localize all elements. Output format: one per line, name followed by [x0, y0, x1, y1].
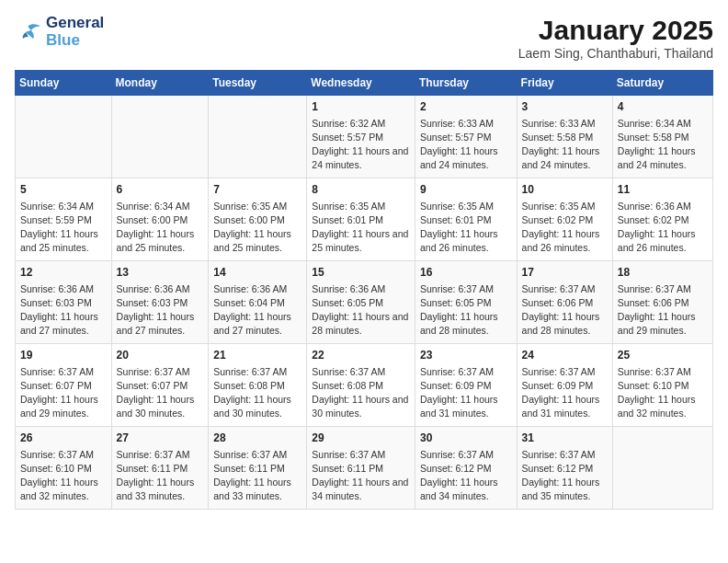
cell-content: Sunrise: 6:37 AMSunset: 6:06 PMDaylight:… [522, 282, 608, 339]
day-number: 29 [312, 431, 410, 446]
weekday-header-tuesday: Tuesday [209, 71, 307, 96]
cell-content: Sunrise: 6:36 AMSunset: 6:03 PMDaylight:… [20, 282, 107, 339]
cell-content: Sunrise: 6:37 AMSunset: 6:12 PMDaylight:… [522, 448, 608, 504]
day-number: 1 [312, 99, 410, 115]
day-number: 6 [117, 182, 204, 198]
day-number: 8 [312, 182, 410, 198]
calendar-cell [16, 96, 112, 178]
cell-content: Sunrise: 6:37 AMSunset: 6:09 PMDaylight:… [522, 365, 608, 421]
cell-content: Sunrise: 6:36 AMSunset: 6:02 PMDaylight:… [618, 200, 708, 256]
weekday-header-wednesday: Wednesday [307, 71, 415, 96]
calendar-cell: 8Sunrise: 6:35 AMSunset: 6:01 PMDaylight… [307, 178, 415, 261]
logo-icon [15, 22, 42, 42]
cell-content: Sunrise: 6:37 AMSunset: 6:07 PMDaylight:… [117, 365, 204, 421]
title-block: January 2025 Laem Sing, Chanthaburi, Tha… [518, 15, 713, 61]
day-number: 3 [522, 99, 608, 115]
day-number: 15 [312, 265, 410, 281]
day-number: 16 [420, 265, 512, 281]
calendar-cell: 7Sunrise: 6:35 AMSunset: 6:00 PMDaylight… [209, 178, 307, 261]
cell-content: Sunrise: 6:37 AMSunset: 6:10 PMDaylight:… [618, 365, 708, 421]
cell-content: Sunrise: 6:37 AMSunset: 6:12 PMDaylight:… [420, 448, 512, 504]
cell-content: Sunrise: 6:37 AMSunset: 6:09 PMDaylight:… [420, 365, 512, 421]
calendar-cell: 14Sunrise: 6:36 AMSunset: 6:04 PMDayligh… [209, 261, 307, 344]
cell-content: Sunrise: 6:35 AMSunset: 6:02 PMDaylight:… [522, 200, 608, 256]
day-number: 7 [213, 182, 301, 198]
weekday-header-row: SundayMondayTuesdayWednesdayThursdayFrid… [16, 71, 713, 96]
day-number: 10 [522, 182, 608, 198]
cell-content: Sunrise: 6:33 AMSunset: 5:58 PMDaylight:… [522, 117, 608, 173]
cell-content: Sunrise: 6:37 AMSunset: 6:08 PMDaylight:… [213, 365, 301, 421]
day-number: 21 [213, 348, 301, 363]
calendar-cell: 24Sunrise: 6:37 AMSunset: 6:09 PMDayligh… [517, 344, 612, 427]
day-number: 9 [420, 182, 512, 198]
calendar-cell: 16Sunrise: 6:37 AMSunset: 6:05 PMDayligh… [415, 261, 517, 344]
day-number: 4 [618, 99, 708, 115]
calendar-cell: 19Sunrise: 6:37 AMSunset: 6:07 PMDayligh… [16, 344, 112, 427]
day-number: 20 [117, 348, 204, 363]
calendar-cell: 10Sunrise: 6:35 AMSunset: 6:02 PMDayligh… [517, 178, 612, 261]
logo: General Blue [15, 15, 104, 49]
weekday-header-thursday: Thursday [415, 71, 517, 96]
calendar-cell: 29Sunrise: 6:37 AMSunset: 6:11 PMDayligh… [307, 427, 415, 510]
page-header: General Blue January 2025 Laem Sing, Cha… [15, 15, 713, 61]
cell-content: Sunrise: 6:37 AMSunset: 6:10 PMDaylight:… [20, 448, 107, 504]
sub-title: Laem Sing, Chanthaburi, Thailand [518, 46, 713, 61]
cell-content: Sunrise: 6:35 AMSunset: 6:01 PMDaylight:… [420, 200, 512, 256]
cell-content: Sunrise: 6:34 AMSunset: 5:59 PMDaylight:… [20, 200, 107, 256]
calendar-cell: 25Sunrise: 6:37 AMSunset: 6:10 PMDayligh… [612, 344, 712, 427]
week-row-5: 26Sunrise: 6:37 AMSunset: 6:10 PMDayligh… [16, 427, 713, 510]
cell-content: Sunrise: 6:37 AMSunset: 6:11 PMDaylight:… [213, 448, 301, 504]
day-number: 27 [117, 431, 204, 446]
calendar-cell: 9Sunrise: 6:35 AMSunset: 6:01 PMDaylight… [415, 178, 517, 261]
calendar-cell: 30Sunrise: 6:37 AMSunset: 6:12 PMDayligh… [415, 427, 517, 510]
calendar-cell: 1Sunrise: 6:32 AMSunset: 5:57 PMDaylight… [307, 96, 415, 178]
day-number: 25 [618, 348, 708, 363]
cell-content: Sunrise: 6:33 AMSunset: 5:57 PMDaylight:… [420, 117, 512, 173]
day-number: 19 [20, 348, 107, 363]
cell-content: Sunrise: 6:36 AMSunset: 6:03 PMDaylight:… [117, 282, 204, 339]
calendar-cell: 11Sunrise: 6:36 AMSunset: 6:02 PMDayligh… [612, 178, 712, 261]
calendar-cell: 22Sunrise: 6:37 AMSunset: 6:08 PMDayligh… [307, 344, 415, 427]
main-title: January 2025 [518, 15, 713, 46]
logo-blue: Blue [46, 32, 104, 50]
day-number: 18 [618, 265, 708, 281]
calendar-cell: 26Sunrise: 6:37 AMSunset: 6:10 PMDayligh… [16, 427, 112, 510]
cell-content: Sunrise: 6:32 AMSunset: 5:57 PMDaylight:… [312, 117, 410, 173]
calendar-cell: 3Sunrise: 6:33 AMSunset: 5:58 PMDaylight… [517, 96, 612, 178]
cell-content: Sunrise: 6:35 AMSunset: 6:00 PMDaylight:… [213, 200, 301, 256]
calendar-cell: 31Sunrise: 6:37 AMSunset: 6:12 PMDayligh… [517, 427, 612, 510]
day-number: 30 [420, 431, 512, 446]
calendar-cell: 20Sunrise: 6:37 AMSunset: 6:07 PMDayligh… [111, 344, 209, 427]
calendar-cell: 13Sunrise: 6:36 AMSunset: 6:03 PMDayligh… [111, 261, 209, 344]
calendar-cell: 21Sunrise: 6:37 AMSunset: 6:08 PMDayligh… [209, 344, 307, 427]
weekday-header-friday: Friday [517, 71, 612, 96]
cell-content: Sunrise: 6:36 AMSunset: 6:05 PMDaylight:… [312, 282, 410, 339]
calendar-cell: 4Sunrise: 6:34 AMSunset: 5:58 PMDaylight… [612, 96, 712, 178]
cell-content: Sunrise: 6:37 AMSunset: 6:05 PMDaylight:… [420, 282, 512, 339]
week-row-2: 5Sunrise: 6:34 AMSunset: 5:59 PMDaylight… [16, 178, 713, 261]
day-number: 5 [20, 182, 107, 198]
weekday-header-saturday: Saturday [612, 71, 712, 96]
day-number: 31 [522, 431, 608, 446]
weekday-header-sunday: Sunday [16, 71, 112, 96]
day-number: 22 [312, 348, 410, 363]
day-number: 17 [522, 265, 608, 281]
day-number: 23 [420, 348, 512, 363]
week-row-4: 19Sunrise: 6:37 AMSunset: 6:07 PMDayligh… [16, 344, 713, 427]
calendar-cell [612, 427, 712, 510]
day-number: 24 [522, 348, 608, 363]
calendar-table: SundayMondayTuesdayWednesdayThursdayFrid… [15, 70, 713, 510]
cell-content: Sunrise: 6:37 AMSunset: 6:11 PMDaylight:… [117, 448, 204, 504]
cell-content: Sunrise: 6:35 AMSunset: 6:01 PMDaylight:… [312, 200, 410, 256]
calendar-cell: 15Sunrise: 6:36 AMSunset: 6:05 PMDayligh… [307, 261, 415, 344]
calendar-cell: 2Sunrise: 6:33 AMSunset: 5:57 PMDaylight… [415, 96, 517, 178]
cell-content: Sunrise: 6:36 AMSunset: 6:04 PMDaylight:… [213, 282, 301, 339]
cell-content: Sunrise: 6:37 AMSunset: 6:07 PMDaylight:… [20, 365, 107, 421]
cell-content: Sunrise: 6:37 AMSunset: 6:06 PMDaylight:… [618, 282, 708, 339]
day-number: 2 [420, 99, 512, 115]
week-row-1: 1Sunrise: 6:32 AMSunset: 5:57 PMDaylight… [16, 96, 713, 178]
calendar-cell [111, 96, 209, 178]
calendar-cell: 18Sunrise: 6:37 AMSunset: 6:06 PMDayligh… [612, 261, 712, 344]
calendar-cell: 28Sunrise: 6:37 AMSunset: 6:11 PMDayligh… [209, 427, 307, 510]
week-row-3: 12Sunrise: 6:36 AMSunset: 6:03 PMDayligh… [16, 261, 713, 344]
